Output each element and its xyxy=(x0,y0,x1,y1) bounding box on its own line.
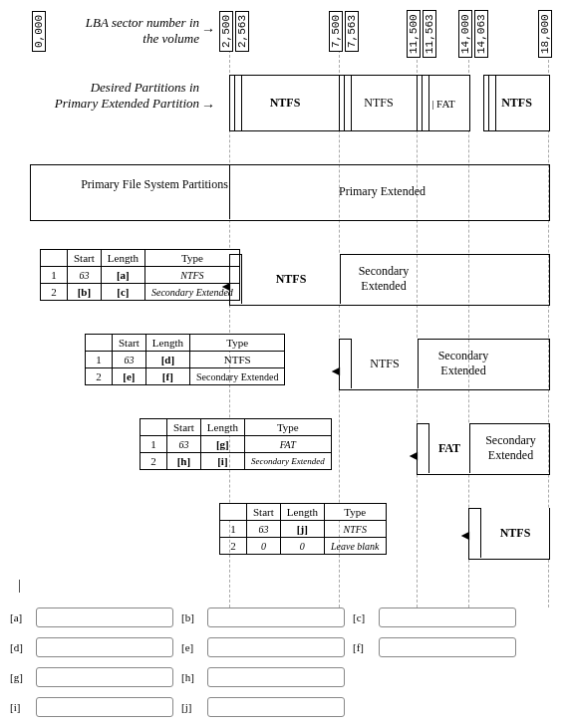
t3r2-length: [i] xyxy=(217,455,227,467)
lba-label-text: LBA sector number in the volume xyxy=(86,15,199,46)
tick-18000: 18,000 xyxy=(538,10,552,58)
label-b: [b] xyxy=(181,611,201,623)
cursor-artifact: | xyxy=(18,578,21,594)
th-length: Length xyxy=(280,504,324,521)
input-j[interactable] xyxy=(207,697,345,717)
desired-label: Desired Partitions in Primary Extended P… xyxy=(50,80,199,112)
t1r1-length: [a] xyxy=(117,269,130,281)
t1r1-idx: 1 xyxy=(41,267,68,284)
input-a[interactable] xyxy=(36,607,173,627)
tick-14000: 14,000 xyxy=(458,10,472,58)
th-length: Length xyxy=(101,250,144,267)
t4r2-start: 0 xyxy=(247,538,281,555)
desired-part-2-label: NTFS xyxy=(364,96,393,111)
sec2-ntfs: NTFS xyxy=(351,339,419,388)
sec4-ntfs: NTFS xyxy=(480,508,549,558)
primary-divider xyxy=(229,164,230,219)
sec1-ntfs: NTFS xyxy=(241,254,341,304)
th-type: Type xyxy=(244,419,331,436)
tick-7500: 7,500 xyxy=(329,11,343,52)
sec1-ntfs-label: NTFS xyxy=(276,272,307,287)
desired-part-3: | FAT xyxy=(417,75,470,131)
t4r1-length: [j] xyxy=(297,523,308,535)
t4r2-idx: 2 xyxy=(220,538,247,555)
t3r1-length: [g] xyxy=(216,438,229,450)
label-i: [i] xyxy=(10,701,30,713)
t2r1-start: 63 xyxy=(113,352,146,368)
label-e: [e] xyxy=(181,641,201,653)
t3r1-idx: 1 xyxy=(141,436,167,453)
input-h[interactable] xyxy=(207,667,345,687)
sec2-ntfs-label: NTFS xyxy=(370,357,399,371)
ptable-1: StartLengthType 163[a]NTFS 2[b][c]Second… xyxy=(40,249,240,301)
ptable-3: StartLengthType 163[g]FAT 2[h][i]Seconda… xyxy=(140,418,332,470)
desired-part-2: NTFS xyxy=(339,75,419,131)
th-length: Length xyxy=(145,335,189,352)
th-type: Type xyxy=(144,250,239,267)
label-g: [g] xyxy=(10,671,30,683)
sec4-ntfs-label: NTFS xyxy=(500,526,531,541)
t3r2-idx: 2 xyxy=(141,453,167,470)
lba-label: LBA sector number in the volume xyxy=(70,15,199,47)
t1r2-idx: 2 xyxy=(41,284,68,301)
t2r2-type: Secondary Extended xyxy=(189,368,284,385)
t3r2-start: [h] xyxy=(177,455,190,467)
input-c[interactable] xyxy=(379,607,516,627)
label-c: [c] xyxy=(353,611,373,623)
label-d: [d] xyxy=(10,641,30,653)
sec1-ext-label: Secondary Extended xyxy=(344,264,424,294)
tick-14063: 14,063 xyxy=(474,10,488,58)
sec2-ext-label: Secondary Extended xyxy=(424,349,503,378)
arrow-desired: → xyxy=(201,98,215,114)
sec3-fat: FAT xyxy=(428,423,470,473)
label-a: [a] xyxy=(10,611,30,623)
part-gap-bar xyxy=(234,76,242,130)
t4r2-type: Leave blank xyxy=(324,538,386,555)
input-b[interactable] xyxy=(207,607,345,627)
t2r2-idx: 2 xyxy=(86,368,113,385)
vline-11500 xyxy=(417,50,418,607)
t3r1-start: 63 xyxy=(167,436,201,453)
th-start: Start xyxy=(113,335,146,352)
ptable-2: StartLengthType 163[d]NTFS 2[e][f]Second… xyxy=(85,334,285,385)
th-type: Type xyxy=(324,504,386,521)
tick-2500: 2,500 xyxy=(219,11,233,52)
t4r1-idx: 1 xyxy=(220,521,247,538)
primary-right-label: Primary Extended xyxy=(339,184,426,199)
desired-part-3-label: FAT xyxy=(436,98,455,110)
th-start: Start xyxy=(68,250,102,267)
t1r2-start: [b] xyxy=(78,286,91,298)
part-gap-bar xyxy=(422,76,429,130)
input-f[interactable] xyxy=(379,637,516,657)
t4r2-length: 0 xyxy=(280,538,324,555)
desired-part-1: NTFS xyxy=(229,75,341,131)
partition-diagram: 0,000 LBA sector number in the volume → … xyxy=(10,10,558,607)
tick-2563: 2,563 xyxy=(235,11,249,52)
t2r1-length: [d] xyxy=(161,354,174,365)
tick-11563: 11,563 xyxy=(423,10,436,58)
ptable-4: StartLengthType 163[j]NTFS 200Leave blan… xyxy=(219,503,387,555)
desired-part-1-label: NTFS xyxy=(270,96,301,111)
th-start: Start xyxy=(167,419,201,436)
tick-11500: 11,500 xyxy=(407,10,421,58)
primary-row-outline xyxy=(30,164,550,221)
tick-7563: 7,563 xyxy=(345,11,359,52)
input-i[interactable] xyxy=(36,697,173,717)
th-length: Length xyxy=(200,419,244,436)
t1r1-start: 63 xyxy=(68,267,102,284)
t1r2-length: [c] xyxy=(117,286,129,298)
t4r1-type: NTFS xyxy=(324,521,386,538)
input-d[interactable] xyxy=(36,637,173,657)
t4r1-start: 63 xyxy=(247,521,281,538)
part-gap-bar xyxy=(488,76,496,130)
sec3-ext-label: Secondary Extended xyxy=(473,433,548,463)
th-type: Type xyxy=(189,335,284,352)
t2r2-length: [f] xyxy=(162,370,173,382)
sec3-fat-label: FAT xyxy=(438,441,460,456)
input-g[interactable] xyxy=(36,667,173,687)
label-h: [h] xyxy=(181,671,201,683)
desired-part-4-label: NTFS xyxy=(501,96,532,111)
desired-part-4: NTFS xyxy=(483,75,550,131)
t3r2-type: Secondary Extended xyxy=(244,453,331,470)
input-e[interactable] xyxy=(207,637,345,657)
